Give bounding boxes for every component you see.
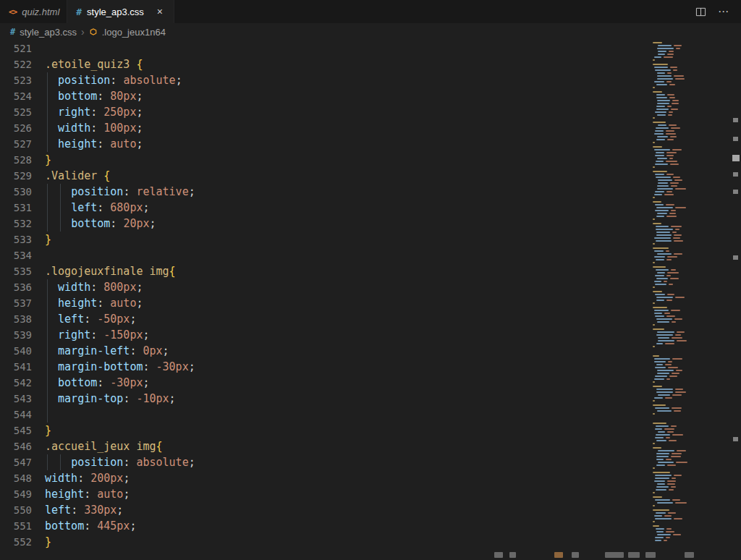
line-text: margin-left: 0px; <box>45 343 169 359</box>
code-line[interactable]: 525 right: 250px; <box>0 104 647 120</box>
minimap-line <box>653 171 667 172</box>
statusbar-item-fragment[interactable] <box>685 552 694 558</box>
minimap-line <box>674 475 682 476</box>
indent-guide <box>47 327 48 343</box>
statusbar-item-fragment[interactable] <box>572 552 579 558</box>
line-number: 538 <box>0 311 32 327</box>
code-line[interactable]: 528} <box>0 152 647 168</box>
code-line[interactable]: 521 <box>0 41 647 56</box>
statusbar-item-fragment[interactable] <box>554 552 563 558</box>
code-line[interactable]: 534 <box>0 247 647 263</box>
breadcrumb-file[interactable]: style_ap3.css <box>20 27 77 38</box>
minimap-line <box>653 472 670 473</box>
statusbar-item-fragment[interactable] <box>509 552 516 558</box>
minimap-line <box>656 152 664 153</box>
code-line[interactable]: 536 width: 800px; <box>0 279 647 295</box>
code-line[interactable]: 533} <box>0 232 647 247</box>
code-line[interactable]: 526 width: 100px; <box>0 120 647 136</box>
line-text: bottom: -30px; <box>45 375 150 391</box>
statusbar-item-fragment[interactable] <box>494 552 503 558</box>
minimap-line <box>656 453 669 454</box>
code-line[interactable]: 531 left: 680px; <box>0 200 647 216</box>
minimap[interactable] <box>651 41 685 550</box>
minimap-line <box>657 185 669 187</box>
minimap-line <box>656 109 669 110</box>
code-line[interactable]: 549height: auto; <box>0 486 647 502</box>
split-editor-icon[interactable] <box>695 7 706 17</box>
tab-style-ap3-css[interactable]: # style_ap3.css × <box>67 0 174 23</box>
minimap-line <box>655 294 665 295</box>
minimap-line <box>669 158 673 159</box>
minimap-line <box>656 334 672 336</box>
minimap-line <box>655 69 671 71</box>
minimap-line <box>654 256 665 258</box>
code-line[interactable]: 522.etoile_quiz3 { <box>0 56 647 72</box>
editor[interactable]: 521522.etoile_quiz3 {523 position: absol… <box>0 41 741 550</box>
minimap-line <box>653 146 662 148</box>
minimap-line <box>657 158 667 159</box>
statusbar-item-fragment[interactable] <box>605 552 624 558</box>
code-line[interactable]: 544 <box>0 407 647 423</box>
minimap-line <box>656 139 666 140</box>
code-line[interactable]: 548width: 200px; <box>0 470 647 486</box>
minimap-line <box>654 397 662 399</box>
code-line[interactable]: 551bottom: 445px; <box>0 518 647 534</box>
tab-quiz-html[interactable]: <> quiz.html <box>0 0 67 23</box>
statusbar-item-fragment[interactable] <box>645 552 656 558</box>
code-line[interactable]: 545} <box>0 423 647 438</box>
minimap-line <box>653 91 662 93</box>
code-line[interactable]: 547 position: absolute; <box>0 454 647 470</box>
minimap-line <box>653 247 669 249</box>
minimap-line <box>656 389 674 390</box>
code-line[interactable]: 524 bottom: 80px; <box>0 88 647 104</box>
more-actions-icon[interactable]: ⋯ <box>718 5 729 18</box>
code-line[interactable]: 539 right: -150px; <box>0 327 647 343</box>
overview-ruler[interactable] <box>731 41 741 550</box>
code-line[interactable]: 527 height: auto; <box>0 136 647 152</box>
minimap-line <box>657 78 673 80</box>
code-line[interactable]: 542 bottom: -30px; <box>0 375 647 391</box>
code-line[interactable]: 540 margin-left: 0px; <box>0 343 647 359</box>
minimap-line <box>654 237 670 239</box>
minimap-line <box>670 182 678 184</box>
minimap-line <box>677 331 685 333</box>
code-line[interactable]: 537 height: auto; <box>0 295 647 311</box>
tab-bar: <> quiz.html # style_ap3.css × ⋯ <box>0 0 741 23</box>
code-area[interactable]: 521522.etoile_quiz3 {523 position: absol… <box>0 41 647 550</box>
minimap-line <box>675 297 685 298</box>
minimap-line <box>655 155 664 156</box>
indent-guide <box>47 311 48 327</box>
code-line[interactable]: 543 margin-top: -10px; <box>0 391 647 407</box>
css-file-icon: # <box>10 27 15 37</box>
code-line[interactable]: 532 bottom: 20px; <box>0 216 647 232</box>
code-line[interactable]: 546.accueil_jeux img{ <box>0 438 647 454</box>
statusbar-item-fragment[interactable] <box>628 552 640 558</box>
minimap-line <box>675 389 683 390</box>
minimap-line <box>670 136 677 137</box>
code-line[interactable]: 523 position: absolute; <box>0 72 647 88</box>
minimap-line <box>667 272 679 273</box>
code-line[interactable]: 552} <box>0 534 647 550</box>
minimap-line <box>666 174 674 175</box>
minimap-line <box>656 459 664 460</box>
minimap-line <box>653 509 669 511</box>
code-line[interactable]: 535.logojeuxfinale img{ <box>0 263 647 279</box>
code-line[interactable]: 529.Valider { <box>0 168 647 184</box>
close-icon[interactable]: × <box>153 5 166 18</box>
minimap-line <box>664 540 667 541</box>
minimap-line <box>667 294 674 295</box>
minimap-line <box>653 122 666 123</box>
minimap-line <box>666 378 670 380</box>
minimap-line <box>675 229 679 230</box>
minimap-line <box>657 114 666 116</box>
code-line[interactable]: 530 position: relative; <box>0 184 647 200</box>
breadcrumb-symbol[interactable]: .logo_jeux1n64 <box>102 27 166 38</box>
minimap-line <box>674 179 682 181</box>
line-text: left: 680px; <box>45 200 150 216</box>
code-line[interactable]: 550left: 330px; <box>0 502 647 518</box>
line-text: position: absolute; <box>45 454 195 470</box>
minimap-line <box>669 84 675 85</box>
code-line[interactable]: 538 left: -50px; <box>0 311 647 327</box>
code-line[interactable]: 541 margin-bottom: -30px; <box>0 359 647 375</box>
vscode-window: <> quiz.html # style_ap3.css × ⋯ # style… <box>0 0 741 560</box>
